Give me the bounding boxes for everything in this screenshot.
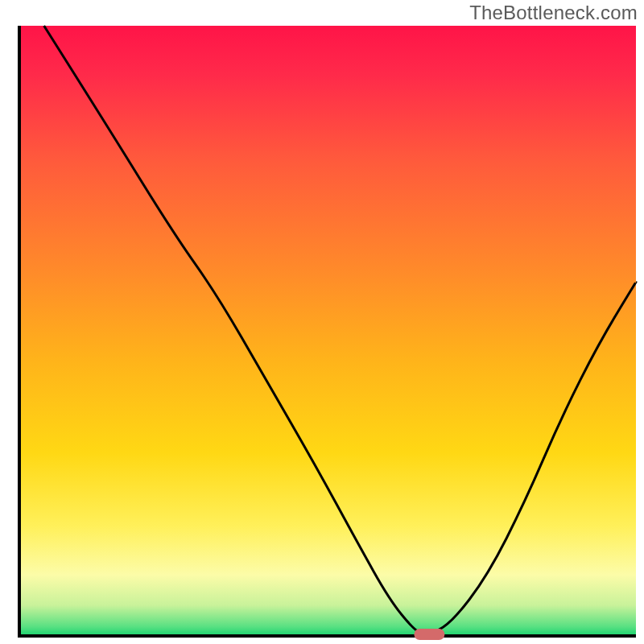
chart-svg <box>0 0 644 644</box>
plot-background <box>19 26 636 636</box>
bottleneck-chart: TheBottleneck.com <box>0 0 644 644</box>
optimal-marker <box>414 629 444 640</box>
watermark-text: TheBottleneck.com <box>469 2 638 24</box>
